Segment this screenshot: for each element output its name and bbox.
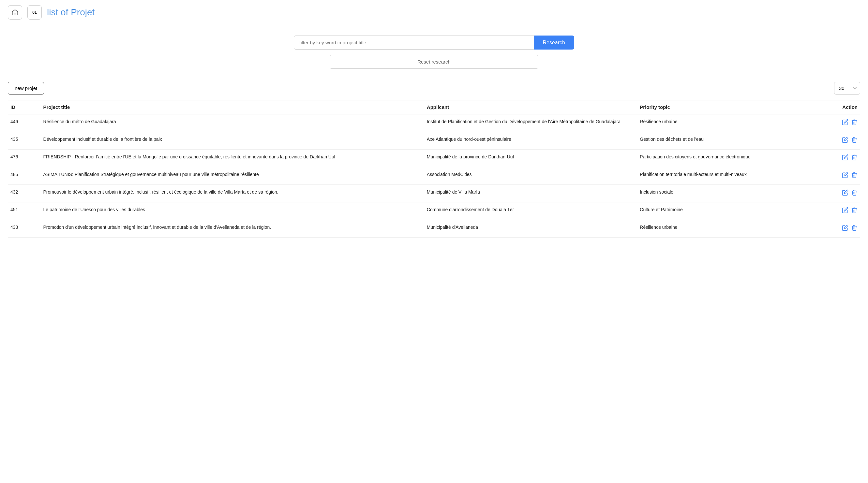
doc-button[interactable]: 01 bbox=[27, 5, 42, 20]
cell-priority: Participation des citoyens et gouvernanc… bbox=[637, 150, 808, 167]
cell-title: Promouvoir le développement urbain intég… bbox=[41, 185, 424, 202]
cell-id: 432 bbox=[8, 185, 41, 202]
edit-icon[interactable] bbox=[842, 119, 848, 127]
search-row: Research bbox=[294, 35, 574, 50]
cell-id: 433 bbox=[8, 220, 41, 237]
edit-icon[interactable] bbox=[842, 207, 848, 215]
cell-priority: Résilience urbaine bbox=[637, 220, 808, 237]
col-header-priority: Priority topic bbox=[637, 100, 808, 114]
home-icon bbox=[11, 9, 19, 16]
search-section: Research Reset research bbox=[0, 25, 868, 74]
home-button[interactable] bbox=[8, 5, 22, 20]
table-row: 446 Résilience du métro de Guadalajara I… bbox=[8, 114, 860, 132]
cell-applicant: Institut de Planification et de Gestion … bbox=[424, 114, 638, 132]
delete-icon[interactable] bbox=[851, 172, 858, 180]
table-row: 476 FRIENDSHIP - Renforcer l'amitié entr… bbox=[8, 150, 860, 167]
col-header-id: ID bbox=[8, 100, 41, 114]
cell-action bbox=[808, 185, 860, 202]
per-page-select[interactable]: 30 10 20 50 100 bbox=[834, 82, 860, 95]
header: 01 list of Projet bbox=[0, 0, 868, 25]
edit-icon[interactable] bbox=[842, 136, 848, 145]
delete-icon[interactable] bbox=[851, 119, 858, 127]
cell-id: 446 bbox=[8, 114, 41, 132]
table-row: 435 Développement inclusif et durable de… bbox=[8, 132, 860, 150]
page-title: list of Projet bbox=[47, 7, 95, 18]
edit-icon[interactable] bbox=[842, 172, 848, 180]
col-header-applicant: Applicant bbox=[424, 100, 638, 114]
cell-applicant: Commune d'arrondissement de Douala 1er bbox=[424, 202, 638, 220]
edit-icon[interactable] bbox=[842, 154, 848, 162]
reset-research-button[interactable]: Reset research bbox=[330, 55, 538, 69]
cell-title: Promotion d'un développement urbain inté… bbox=[41, 220, 424, 237]
col-header-action: Action bbox=[808, 100, 860, 114]
delete-icon[interactable] bbox=[851, 207, 858, 215]
table-header: ID Project title Applicant Priority topi… bbox=[8, 100, 860, 114]
cell-action bbox=[808, 150, 860, 167]
col-header-title: Project title bbox=[41, 100, 424, 114]
project-table-wrapper: ID Project title Applicant Priority topi… bbox=[0, 100, 868, 237]
cell-applicant: Municipalité de Villa María bbox=[424, 185, 638, 202]
delete-icon[interactable] bbox=[851, 225, 858, 233]
delete-icon[interactable] bbox=[851, 136, 858, 145]
cell-priority: Gestion des déchets et de l'eau bbox=[637, 132, 808, 150]
new-projet-button[interactable]: new projet bbox=[8, 82, 44, 95]
cell-id: 476 bbox=[8, 150, 41, 167]
delete-icon[interactable] bbox=[851, 154, 858, 162]
cell-title: Développement inclusif et durable de la … bbox=[41, 132, 424, 150]
table-row: 432 Promouvoir le développement urbain i… bbox=[8, 185, 860, 202]
research-button[interactable]: Research bbox=[534, 35, 574, 50]
doc-icon: 01 bbox=[32, 10, 36, 15]
toolbar: new projet 30 10 20 50 100 bbox=[0, 76, 868, 100]
cell-priority: Culture et Patrimoine bbox=[637, 202, 808, 220]
search-input[interactable] bbox=[294, 35, 534, 50]
svg-rect-0 bbox=[14, 13, 16, 15]
table-row: 451 Le patrimoine de l'Unesco pour des v… bbox=[8, 202, 860, 220]
cell-id: 451 bbox=[8, 202, 41, 220]
table-row: 433 Promotion d'un développement urbain … bbox=[8, 220, 860, 237]
cell-action bbox=[808, 220, 860, 237]
cell-applicant: Municipalité d'Avellaneda bbox=[424, 220, 638, 237]
cell-priority: Planification territoriale multi-acteurs… bbox=[637, 167, 808, 185]
cell-applicant: Axe Atlantique du nord-ouest péninsulair… bbox=[424, 132, 638, 150]
cell-title: FRIENDSHIP - Renforcer l'amitié entre l'… bbox=[41, 150, 424, 167]
cell-action bbox=[808, 132, 860, 150]
cell-priority: Résilience urbaine bbox=[637, 114, 808, 132]
cell-applicant: Association MedCities bbox=[424, 167, 638, 185]
cell-title: Le patrimoine de l'Unesco pour des ville… bbox=[41, 202, 424, 220]
cell-priority: Inclusion sociale bbox=[637, 185, 808, 202]
edit-icon[interactable] bbox=[842, 189, 848, 197]
cell-action bbox=[808, 167, 860, 185]
edit-icon[interactable] bbox=[842, 225, 848, 233]
cell-title: Résilience du métro de Guadalajara bbox=[41, 114, 424, 132]
cell-title: ASIMA TUNIS: Planification Stratégique e… bbox=[41, 167, 424, 185]
cell-applicant: Municipalité de la province de Darkhan-U… bbox=[424, 150, 638, 167]
table-body: 446 Résilience du métro de Guadalajara I… bbox=[8, 114, 860, 237]
cell-action bbox=[808, 202, 860, 220]
cell-id: 435 bbox=[8, 132, 41, 150]
table-row: 485 ASIMA TUNIS: Planification Stratégiq… bbox=[8, 167, 860, 185]
cell-action bbox=[808, 114, 860, 132]
project-table: ID Project title Applicant Priority topi… bbox=[8, 100, 860, 237]
delete-icon[interactable] bbox=[851, 189, 858, 197]
cell-id: 485 bbox=[8, 167, 41, 185]
